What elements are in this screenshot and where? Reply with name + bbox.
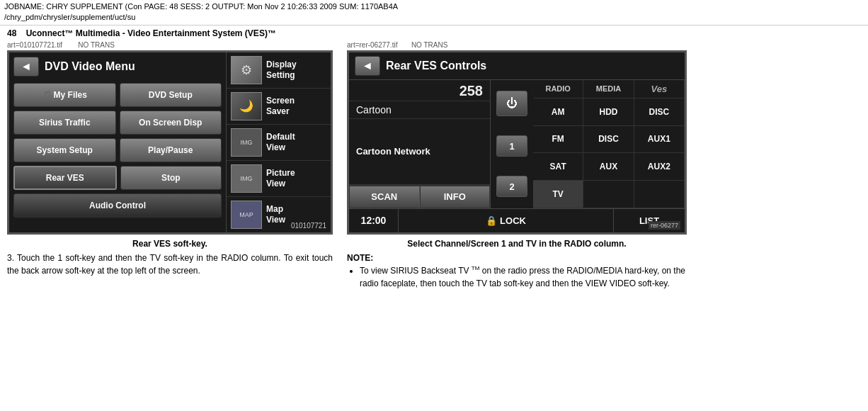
ves-grid-row-3: SAT AUX AUX2 (533, 153, 685, 181)
picture-view-label: PictureView (266, 168, 295, 188)
on-screen-disp-button[interactable]: On Screen Disp (120, 111, 222, 135)
dvd-art-block: art=010107721.tif NO TRANS ◄ DVD Video M… (7, 41, 333, 235)
bullet-list: To view SIRIUS Backseat TV TM on the rad… (360, 264, 687, 290)
audio-control-button[interactable]: Audio Control (13, 193, 222, 218)
display-setting-button[interactable]: ⚙ DisplaySetting (227, 52, 331, 89)
dvd-btn-row-3: System Setup Play/Pause (13, 138, 222, 162)
right-caption: Select Channel/Screen 1 and TV in the RA… (347, 239, 687, 293)
ves-title-bar: ◄ Rear VES Controls (349, 52, 685, 80)
chapter-number: 48 (7, 28, 16, 38)
page-content: 48 Uconnect™ Multimedia - Video Entertai… (0, 26, 868, 295)
left-caption: Rear VES soft-key. 3. Touch the 1 soft-k… (7, 239, 333, 293)
top-bar: JOBNAME: CHRY SUPPLEMENT (Con PAGE: 48 S… (0, 0, 868, 26)
bullet-item-1: To view SIRIUS Backseat TV TM on the rad… (360, 264, 687, 290)
default-view-icon: IMG (231, 128, 262, 157)
system-setup-button[interactable]: System Setup (13, 138, 116, 162)
dvd-back-arrow-button[interactable]: ◄ (13, 57, 39, 77)
dvd-left-panel: ◄ DVD Video Menu 🎵 My Files DVD Setup Si… (9, 52, 226, 232)
chapter-title: Uconnect™ Multimedia - Video Entertainme… (26, 28, 276, 38)
power-button[interactable]: ⏻ (496, 91, 527, 116)
dvd-title-bar: ◄ DVD Video Menu (13, 57, 222, 77)
screen-saver-button[interactable]: 🌙 ScreenSaver (227, 89, 331, 125)
ves-title: Rear VES Controls (386, 60, 486, 72)
left-caption-body: 3. Touch the 1 soft-key and then the TV … (7, 252, 333, 277)
info-button[interactable]: INFO (420, 186, 491, 208)
ves-grid-row-1: AM HDD DISC (533, 98, 685, 126)
ves-body: 258 Cartoon Cartoon Network SCAN INFO ⏻ (349, 80, 685, 208)
empty-cell-2 (634, 181, 685, 208)
power-icon: ⏻ (506, 97, 518, 110)
dvd-btn-row-4: Rear VES Stop (13, 166, 222, 190)
ves-back-arrow-button[interactable]: ◄ (355, 56, 380, 76)
ves-grid-row-4: TV (533, 181, 685, 208)
ves-art-block: art=rer-06277.tif NO TRANS ◄ Rear VES Co… (347, 41, 687, 235)
channel-number: 258 (349, 80, 490, 101)
display-setting-label: DisplaySetting (266, 60, 297, 80)
disc2-button[interactable]: DISC (583, 126, 634, 153)
channel-name: Cartoon (349, 101, 490, 119)
stop-button[interactable]: Stop (120, 166, 222, 190)
dvd-btn-row-1: 🎵 My Files DVD Setup (13, 83, 222, 107)
lock-icon: 🔒 (486, 215, 497, 226)
ves-watermark: rer-06277 (649, 221, 680, 230)
col-header-media: MEDIA (583, 80, 634, 98)
note-label: NOTE: (347, 253, 373, 263)
caption-row: Rear VES soft-key. 3. Touch the 1 soft-k… (7, 239, 861, 293)
left-caption-title: Rear VES soft-key. (7, 239, 333, 249)
lock-label: LOCK (500, 215, 526, 226)
chapter-header: 48 Uconnect™ Multimedia - Video Entertai… (7, 28, 861, 38)
dvd-screen: ◄ DVD Video Menu 🎵 My Files DVD Setup Si… (7, 50, 333, 235)
display-setting-icon: ⚙ (231, 56, 262, 84)
lock-button[interactable]: 🔒 LOCK (399, 209, 614, 232)
dvd-watermark: 010107721 (291, 222, 326, 230)
num1-button[interactable]: 1 (496, 135, 527, 157)
dvd-btn-row-2: Sirius Traffic On Screen Disp (13, 111, 222, 135)
map-view-icon: MAP (231, 201, 262, 229)
sat-button[interactable]: SAT (533, 153, 583, 180)
ves-col-headers: RADIO MEDIA Ves (533, 80, 685, 98)
ves-bottom-bar: 12:00 🔒 LOCK LIST (349, 208, 685, 232)
play-pause-button[interactable]: Play/Pause (120, 138, 222, 162)
dvd-btn-row-5: Audio Control (13, 193, 222, 218)
art-row: art=010107721.tif NO TRANS ◄ DVD Video M… (7, 41, 861, 235)
ves-middle-panel: ⏻ 1 2 (491, 80, 533, 208)
dvd-right-panel: ⚙ DisplaySetting 🌙 ScreenSaver IMG Defau… (226, 52, 331, 232)
art-label-right: art=rer-06277.tif NO TRANS (347, 41, 447, 49)
default-view-button[interactable]: IMG DefaultView (227, 125, 331, 161)
jobname-line2: /chry_pdm/chrysler/supplement/uct/su (4, 12, 864, 23)
ves-grid-panel: RADIO MEDIA Ves AM HDD DISC (533, 80, 685, 208)
num2-button[interactable]: 2 (496, 176, 527, 197)
jobname-line1: JOBNAME: CHRY SUPPLEMENT (Con PAGE: 48 S… (4, 1, 864, 12)
rear-ves-button[interactable]: Rear VES (13, 166, 117, 190)
screen-saver-label: ScreenSaver (266, 96, 295, 116)
ves-grid-row-2: FM DISC AUX1 (533, 126, 685, 154)
disc-button[interactable]: DISC (634, 98, 685, 125)
scan-info-row: SCAN INFO (349, 185, 490, 208)
default-view-label: DefaultView (266, 132, 295, 152)
art-label-left: art=010107721.tif NO TRANS (7, 41, 115, 49)
channel-network: Cartoon Network (349, 119, 490, 185)
fm-button[interactable]: FM (533, 126, 583, 153)
right-caption-note: NOTE: (347, 252, 687, 264)
tv-button[interactable]: TV (533, 181, 583, 208)
dvd-setup-button[interactable]: DVD Setup (120, 83, 222, 107)
dvd-menu-title: DVD Video Menu (45, 60, 135, 73)
scan-button[interactable]: SCAN (349, 186, 420, 208)
picture-view-button[interactable]: IMG PictureView (227, 161, 331, 197)
screen-saver-icon: 🌙 (231, 92, 262, 120)
ves-screen: ◄ Rear VES Controls 258 Cartoon Cartoon … (347, 50, 687, 235)
files-icon: 🎵 (42, 91, 51, 98)
aux1-button[interactable]: AUX1 (634, 126, 685, 153)
hdd-button[interactable]: HDD (583, 98, 634, 125)
ves-channel-panel: 258 Cartoon Cartoon Network SCAN INFO (349, 80, 491, 208)
aux2-button[interactable]: AUX2 (634, 153, 685, 180)
am-button[interactable]: AM (533, 98, 583, 125)
ves-grid: AM HDD DISC FM DISC AUX1 (533, 98, 685, 208)
picture-view-icon: IMG (231, 164, 262, 193)
sirius-traffic-button[interactable]: Sirius Traffic (13, 111, 116, 135)
map-view-label: MapView (266, 204, 285, 225)
aux-button[interactable]: AUX (583, 153, 634, 180)
time-display: 12:00 (349, 209, 399, 232)
my-files-button[interactable]: 🎵 My Files (13, 83, 116, 107)
right-caption-title: Select Channel/Screen 1 and TV in the RA… (347, 239, 687, 249)
